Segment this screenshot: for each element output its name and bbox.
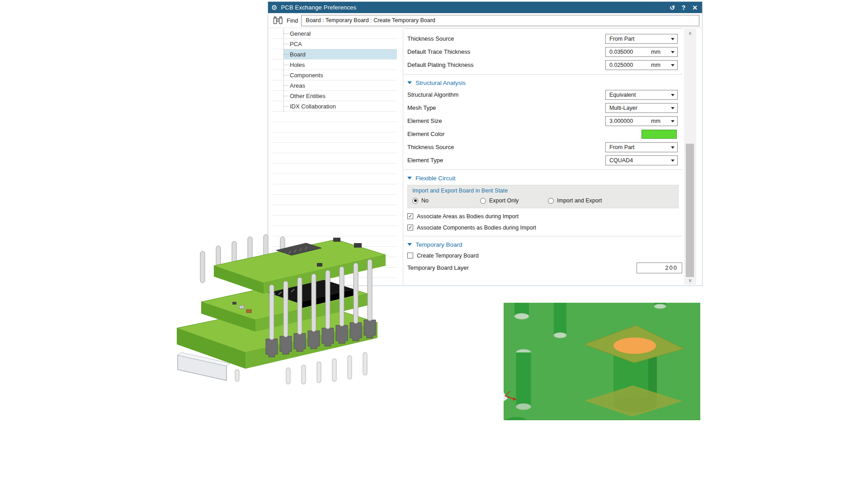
radio-label: Import and Export [557, 197, 602, 204]
find-row: Find Board : Temporary Board : Create Te… [268, 13, 702, 28]
section-title: Structural Analysis [415, 80, 466, 86]
field-label: Mesh Type [407, 104, 436, 111]
dropdown-thickness-source[interactable]: From Part [605, 34, 678, 44]
sidebar-item-label: Components [290, 72, 323, 79]
chevron-down-icon [671, 146, 675, 149]
tree-connector [283, 33, 288, 34]
field-label: Temporary Board Layer [407, 264, 469, 271]
field-label: Element Type [407, 157, 443, 164]
field-label: Element Size [407, 117, 442, 124]
input-default-trace-thickness[interactable]: 0.035000mm [605, 47, 678, 57]
unit-dropdown: mm [651, 49, 660, 55]
tree-connector [283, 75, 288, 75]
chevron-down-icon [671, 64, 675, 66]
field-value: 0.035000 [609, 49, 633, 55]
dropdown-value: From Part [609, 36, 635, 42]
section-divider [403, 169, 682, 170]
form-row-structural-algorithm: Structural AlgorithmEquivalent [403, 88, 682, 101]
sidebar-empty-row [272, 132, 397, 143]
dialog-titlebar[interactable]: ⚙ PCB Exchange Preferences ↺ ? ✕ [268, 2, 702, 13]
reset-icon[interactable]: ↺ [670, 5, 675, 11]
chevron-down-icon [671, 51, 675, 53]
pcb-via-closeup-3d-image [504, 303, 700, 420]
section-divider [403, 236, 682, 236]
color-swatch-element-color[interactable] [642, 130, 677, 139]
field-label: Default Plating Thickness [407, 61, 473, 68]
dropdown-structural-algorithm[interactable]: Equivalent [605, 90, 678, 100]
collapse-triangle-icon [407, 243, 412, 246]
tree-connector [283, 106, 288, 107]
form-row-element-type: Element TypeCQUAD4 [403, 154, 682, 167]
checkbox-icon [407, 225, 413, 230]
sidebar-item-label: PCA [290, 41, 302, 47]
sidebar-item-general[interactable]: General [272, 28, 397, 39]
vertical-scrollbar[interactable]: ∧ ∨ [684, 28, 696, 285]
dropdown-value: From Part [609, 144, 635, 150]
section-header-flexible-circuit[interactable]: Flexible Circuit [403, 173, 682, 183]
form-row-thickness-source: Thickness SourceFrom Part [403, 141, 682, 154]
input-default-plating-thickness[interactable]: 0.025000mm [605, 60, 678, 70]
radio-label: No [421, 197, 429, 204]
checkbox-associate-areas-as-bodies-during-import[interactable]: Associate Areas as Bodies during Import [403, 211, 682, 222]
chevron-down-icon [671, 38, 675, 40]
sidebar-item-other-entities[interactable]: Other Entities [272, 91, 397, 101]
radio-button-icon [548, 198, 554, 204]
sidebar-empty-row [272, 174, 397, 184]
sidebar-item-holes[interactable]: Holes [272, 60, 397, 70]
section-header-temporary-board[interactable]: Temporary Board [403, 239, 682, 250]
groupbox-import-and-export-board-in-bent-state: Import and Export Board in Bent StateNoE… [407, 185, 679, 208]
dropdown-thickness-source[interactable]: From Part [605, 142, 678, 152]
preferences-panel: Thickness SourceFrom PartDefault Trace T… [403, 28, 682, 285]
dropdown-element-type[interactable]: CQUAD4 [605, 155, 678, 165]
checkbox-label: Associate Components as Bodies during Im… [417, 225, 536, 231]
sidebar-empty-row [272, 195, 397, 205]
chevron-down-icon [671, 107, 675, 109]
chevron-down-icon [671, 120, 675, 122]
field-label: Default Trace Thickness [407, 48, 470, 55]
checkbox-create-temporary-board[interactable]: Create Temporary Board [403, 250, 682, 261]
sidebar-item-components[interactable]: Components [272, 70, 397, 80]
radio-no[interactable]: No [412, 197, 480, 204]
checkbox-associate-components-as-bodies-during-import[interactable]: Associate Components as Bodies during Im… [403, 222, 682, 233]
dropdown-value: Equivalent [609, 92, 636, 98]
form-row-temporary-board-layer: Temporary Board Layer200 [403, 261, 682, 274]
groupbox-title: Import and Export Board in Bent State [412, 188, 678, 194]
unit-dropdown: mm [651, 118, 660, 124]
radio-import-and-export[interactable]: Import and Export [548, 197, 602, 204]
sidebar-empty-row [272, 164, 397, 174]
dropdown-mesh-type[interactable]: Multi-Layer [605, 103, 678, 113]
checkbox-icon [407, 213, 413, 219]
sidebar-item-areas[interactable]: Areas [272, 80, 397, 91]
field-value: 3.000000 [609, 118, 633, 124]
dropdown-value: Multi-Layer [609, 105, 637, 111]
sidebar-item-idx-collaboration[interactable]: IDX Collaboration [272, 101, 397, 112]
sidebar-empty-row [272, 205, 397, 216]
sidebar-item-label: IDX Collaboration [290, 103, 336, 110]
input-element-size[interactable]: 3.000000mm [605, 116, 678, 126]
section-header-structural-analysis[interactable]: Structural Analysis [403, 77, 682, 88]
sidebar-item-board[interactable]: Board [272, 49, 397, 60]
scrollbar-thumb[interactable] [686, 144, 694, 277]
sidebar-empty-row [272, 216, 397, 226]
tree-connector [283, 85, 288, 86]
sidebar-item-pca[interactable]: PCA [272, 39, 397, 49]
sidebar-item-label: Other Entities [290, 93, 326, 99]
field-label: Structural Algorithm [407, 91, 458, 98]
radio-button-icon [480, 198, 486, 204]
sidebar-empty-row [272, 112, 397, 122]
help-icon[interactable]: ? [682, 5, 686, 11]
checkbox-icon [407, 253, 413, 258]
tree-connector [283, 44, 288, 44]
radio-export-only[interactable]: Export Only [480, 197, 548, 204]
dialog-title: PCB Exchange Preferences [281, 4, 356, 11]
gear-icon: ⚙ [271, 4, 277, 11]
chevron-down-icon [671, 94, 675, 96]
scroll-up-icon[interactable]: ∧ [684, 29, 696, 37]
sidebar-empty-row [272, 153, 397, 164]
close-icon[interactable]: ✕ [692, 5, 698, 11]
find-input[interactable]: Board : Temporary Board : Create Tempora… [301, 15, 699, 26]
chevron-down-icon [671, 160, 675, 162]
scroll-down-icon[interactable]: ∨ [684, 277, 696, 284]
radio-button-icon [412, 198, 418, 204]
input-temporary-board-layer[interactable]: 200 [637, 263, 682, 273]
